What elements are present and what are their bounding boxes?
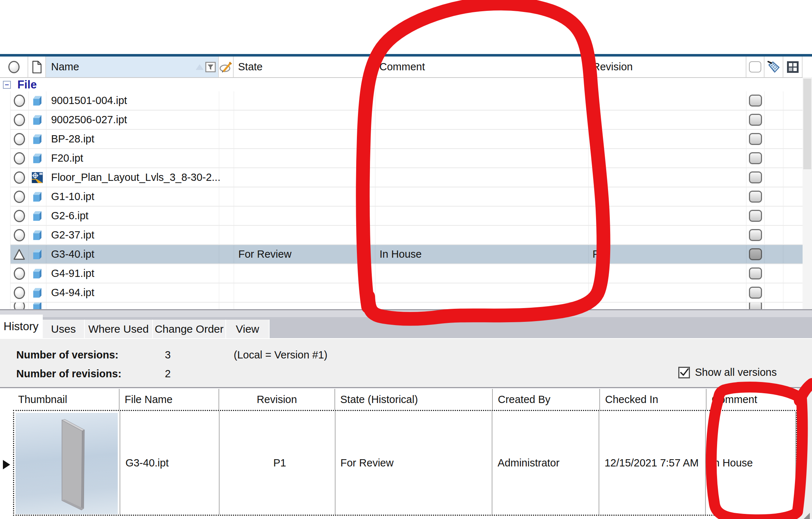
row-checkbox-button[interactable] <box>749 171 762 183</box>
table-row[interactable]: G1-10.ipt <box>10 187 803 207</box>
file-name: G4-94.ipt <box>51 287 94 299</box>
comment-column-header[interactable]: Comment <box>375 57 589 77</box>
state-historical-column-header[interactable]: State (Historical) <box>335 389 493 410</box>
row-checkbox-button[interactable] <box>749 287 762 299</box>
table-row[interactable]: BP-28.ipt <box>10 130 803 149</box>
file-type-column-header[interactable] <box>28 57 46 77</box>
row-checkbox-button[interactable] <box>749 114 762 126</box>
collapse-minus-icon[interactable] <box>3 81 11 89</box>
check-icon <box>679 366 690 378</box>
table-row[interactable]: 9002506-027.ipt <box>10 111 803 130</box>
history-row[interactable]: G3-40.ipt P1 For Review Administrator 12… <box>13 410 797 516</box>
checkbox-column-header[interactable] <box>746 57 765 77</box>
pencil-ellipse-icon <box>219 60 233 74</box>
part-cube-icon <box>31 152 43 165</box>
file-name: BP-28.ipt <box>51 133 94 145</box>
table-row[interactable]: G2-6.ipt <box>10 207 803 226</box>
group-label: File <box>17 78 37 91</box>
revision-column-header[interactable]: Revision <box>589 57 746 77</box>
history-grid: Thumbnail File Name Revision State (Hist… <box>0 387 812 519</box>
tab-uses[interactable]: Uses <box>43 320 85 338</box>
tab-history[interactable]: History <box>0 315 43 338</box>
horizontal-scrollbar[interactable] <box>0 310 812 317</box>
history-comment: In House <box>706 411 796 515</box>
row-radio-button[interactable] <box>14 287 25 299</box>
history-file-name: G3-40.ipt <box>120 411 220 515</box>
comment-column-label: Comment <box>379 61 425 73</box>
row-radio-button[interactable] <box>14 191 25 203</box>
thumbnail-view-column-header[interactable] <box>783 57 803 77</box>
tab-view[interactable]: View <box>226 320 270 338</box>
row-radio-button[interactable] <box>14 229 25 241</box>
checkbox-outline-icon <box>749 61 761 72</box>
comment-value: In House <box>380 248 422 260</box>
row-checkbox-button[interactable] <box>749 267 762 279</box>
edit-column-header[interactable] <box>219 57 234 77</box>
grid-view-icon <box>786 61 799 74</box>
vertical-scrollbar[interactable] <box>803 77 812 309</box>
row-radio-button[interactable] <box>14 267 25 280</box>
row-radio-button[interactable] <box>14 152 25 165</box>
part-cube-icon <box>31 95 43 107</box>
table-row[interactable]: Floor_Plan_Layout_Lvls_3_8-30-2... <box>10 168 803 187</box>
revision-column-label: Revision <box>592 61 633 73</box>
row-radio-button[interactable] <box>14 210 25 222</box>
tab-change-order[interactable]: Change Order <box>153 320 226 338</box>
file-name: 9001501-004.ipt <box>51 95 127 107</box>
row-checkbox-button[interactable] <box>749 229 762 241</box>
part-cube-icon <box>31 248 43 261</box>
document-icon <box>31 60 43 74</box>
comment-column-header[interactable]: Comment <box>707 389 797 410</box>
table-row[interactable]: F20.ipt <box>10 149 803 168</box>
thumbnail-column-header[interactable]: Thumbnail <box>13 389 120 410</box>
show-all-versions-checkbox[interactable] <box>678 367 690 378</box>
table-row[interactable]: G4-94.ipt <box>10 283 803 303</box>
partial-clipped-row[interactable] <box>10 303 803 310</box>
row-checkbox-button[interactable] <box>749 303 762 310</box>
revision-column-header[interactable]: Revision <box>219 389 335 410</box>
table-row[interactable]: G3-40.ipt For Review In House P1 <box>10 245 803 264</box>
sort-ascending-icon <box>196 64 204 70</box>
table-row[interactable]: G4-91.ipt <box>10 264 803 283</box>
state-column-header[interactable]: State <box>234 57 375 77</box>
row-checkbox-button[interactable] <box>749 152 762 164</box>
row-checkbox-button[interactable] <box>749 248 762 260</box>
part-cube-icon <box>31 287 43 299</box>
table-row[interactable]: 9001501-004.ipt <box>10 91 803 111</box>
table-row[interactable]: G2-37.ipt <box>10 226 803 245</box>
row-checkbox-button[interactable] <box>749 210 762 222</box>
tag-column-header[interactable] <box>765 57 783 77</box>
radio-column-icon <box>8 61 20 73</box>
file-name: G4-91.ipt <box>51 267 94 279</box>
row-radio-button[interactable] <box>14 133 25 145</box>
file-group-row[interactable]: File <box>0 78 812 91</box>
show-all-versions-control[interactable]: Show all versions <box>678 366 777 378</box>
grid-right-strip <box>797 388 812 519</box>
filename-column-header[interactable]: File Name <box>120 389 219 410</box>
part-cube-icon <box>31 229 43 241</box>
vault-file-browser: Name State Comment Revision File 9001501… <box>0 0 812 519</box>
filter-icon[interactable] <box>205 62 216 72</box>
row-radio-button[interactable] <box>14 303 25 310</box>
name-column-header[interactable]: Name <box>46 57 219 77</box>
row-checkbox-button[interactable] <box>749 95 762 107</box>
select-column-header[interactable] <box>0 57 28 77</box>
row-radio-button[interactable] <box>14 95 25 107</box>
scrollbar-spacer <box>803 57 812 77</box>
current-row-marker-icon <box>3 460 10 469</box>
file-name: G2-6.ipt <box>51 210 88 222</box>
row-radio-button[interactable] <box>14 171 25 184</box>
scrollbar-thumb[interactable] <box>803 79 811 169</box>
part-cube-icon <box>31 191 43 203</box>
revisions-value: 2 <box>165 368 171 380</box>
tab-where-used[interactable]: Where Used <box>85 320 153 338</box>
resize-grip-icon[interactable] <box>803 513 810 519</box>
file-name: G2-37.ipt <box>51 229 94 241</box>
warning-triangle-icon <box>13 248 25 261</box>
created-by-column-header[interactable]: Created By <box>493 389 600 410</box>
history-state: For Review <box>336 411 493 515</box>
row-radio-button[interactable] <box>14 114 25 126</box>
row-checkbox-button[interactable] <box>749 191 762 203</box>
row-checkbox-button[interactable] <box>749 133 762 145</box>
checked-in-column-header[interactable]: Checked In <box>600 389 707 410</box>
